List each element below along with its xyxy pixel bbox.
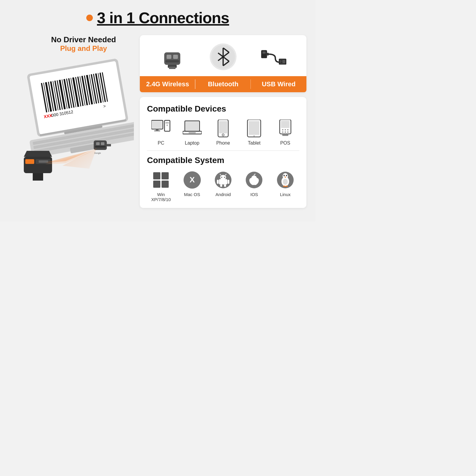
svg-rect-110: [219, 179, 227, 184]
android-icon: [214, 170, 233, 190]
svg-rect-85: [186, 122, 199, 130]
laptop-icon: [183, 119, 202, 138]
bluetooth-icon: [210, 43, 237, 70]
svg-rect-104: [162, 172, 169, 179]
device-laptop: Laptop: [178, 119, 206, 146]
svg-rect-79: [156, 129, 159, 131]
pos-label: POS: [280, 140, 290, 146]
svg-rect-127: [283, 186, 285, 187]
android-label: Android: [215, 192, 231, 197]
svg-rect-103: [153, 172, 160, 179]
svg-point-123: [283, 173, 288, 179]
macos-circle: X: [184, 171, 201, 189]
windows-icon: [151, 170, 170, 190]
svg-rect-70: [261, 50, 267, 58]
system-android: Android: [209, 170, 237, 197]
system-macos: X Mac OS: [178, 170, 206, 197]
compatible-system-row: Win XP/7/8/10 X: [147, 170, 299, 202]
ios-label: IOS: [250, 192, 258, 197]
laptop-label: Laptop: [185, 140, 199, 146]
svg-point-125: [286, 175, 287, 176]
svg-point-99: [282, 131, 283, 133]
usb-wired-item: [248, 43, 299, 70]
svg-rect-43: [96, 142, 100, 145]
usb-dongle-icon: [159, 43, 186, 70]
connection-labels-bar: 2.4G Wireless Bluetooth USB Wired: [140, 76, 306, 92]
no-driver-text: No Driver Needed Plug and Play: [51, 35, 116, 53]
svg-rect-45: [95, 146, 106, 148]
system-windows: Win XP/7/8/10: [147, 170, 175, 202]
svg-rect-59: [167, 55, 171, 59]
svg-rect-82: [166, 122, 169, 123]
wireless-item: [147, 43, 198, 70]
svg-point-97: [285, 129, 286, 130]
svg-rect-128: [286, 186, 288, 187]
compatible-devices-row: PC: [147, 119, 299, 146]
svg-rect-87: [189, 132, 196, 133]
laptop-illustration: XXX 000 310512 >: [9, 56, 134, 181]
device-pc: PC: [147, 119, 175, 146]
plug-and-play-text: Plug and Play: [51, 44, 116, 53]
svg-point-93: [254, 135, 255, 136]
svg-text:Dongle: Dongle: [94, 152, 101, 154]
macos-label: Mac OS: [184, 192, 200, 197]
pc-icon: [151, 119, 170, 138]
compatible-system-title: Compatible System: [147, 156, 299, 165]
header: 3 in 1 Connections: [9, 9, 306, 27]
svg-rect-71: [262, 51, 266, 54]
svg-rect-44: [101, 142, 104, 145]
svg-rect-92: [249, 121, 259, 135]
usb-cable-icon: [261, 43, 287, 70]
svg-rect-80: [154, 130, 160, 131]
svg-point-100: [285, 131, 286, 133]
svg-rect-117: [228, 180, 229, 184]
svg-rect-102: [282, 134, 289, 136]
svg-point-96: [282, 129, 283, 130]
divider: [147, 151, 299, 151]
svg-point-98: [287, 129, 288, 130]
svg-rect-106: [162, 181, 169, 188]
tablet-icon: [245, 119, 264, 138]
linux-icon: [276, 170, 295, 190]
device-phone: Phone: [209, 119, 237, 146]
svg-rect-116: [217, 180, 219, 184]
macos-icon: X: [183, 170, 202, 190]
device-tablet: Tablet: [240, 119, 268, 146]
svg-rect-60: [173, 55, 178, 59]
svg-rect-72: [267, 53, 268, 56]
svg-rect-119: [224, 184, 226, 187]
svg-point-126: [283, 179, 288, 185]
svg-text:X: X: [190, 175, 195, 184]
phone-icon: [214, 119, 233, 138]
right-panel: 2.4G Wireless Bluetooth USB Wired Compat…: [140, 35, 306, 213]
system-linux: Linux: [271, 170, 299, 197]
device-pos: POS: [271, 119, 299, 146]
svg-rect-118: [220, 184, 222, 187]
linux-label: Linux: [280, 192, 291, 197]
svg-rect-105: [153, 181, 160, 188]
header-dot-icon: [86, 15, 93, 21]
label-wireless: 2.4G Wireless: [140, 76, 195, 92]
svg-rect-95: [281, 121, 289, 128]
page-title: 3 in 1 Connections: [97, 9, 229, 27]
svg-rect-89: [219, 121, 227, 133]
svg-marker-55: [24, 151, 52, 157]
pc-label: PC: [158, 140, 164, 146]
system-ios: IOS: [240, 170, 268, 197]
svg-point-124: [284, 175, 285, 176]
ios-icon: [245, 170, 264, 190]
compatible-devices-box: Compatible Devices: [140, 97, 306, 208]
svg-rect-63: [169, 67, 176, 69]
svg-point-101: [287, 131, 288, 133]
tablet-label: Tablet: [248, 140, 261, 146]
windows-label: Win XP/7/8/10: [147, 192, 175, 202]
svg-rect-78: [152, 121, 162, 128]
label-usb: USB Wired: [251, 76, 306, 92]
connection-icons-row: [147, 43, 299, 76]
svg-point-83: [166, 124, 168, 126]
connection-box: 2.4G Wireless Bluetooth USB Wired: [140, 35, 306, 92]
svg-point-112: [221, 177, 222, 178]
page: 3 in 1 Connections No Driver Needed Plug…: [0, 0, 315, 222]
label-bluetooth: Bluetooth: [195, 76, 251, 92]
left-panel: No Driver Needed Plug and Play: [9, 35, 134, 181]
